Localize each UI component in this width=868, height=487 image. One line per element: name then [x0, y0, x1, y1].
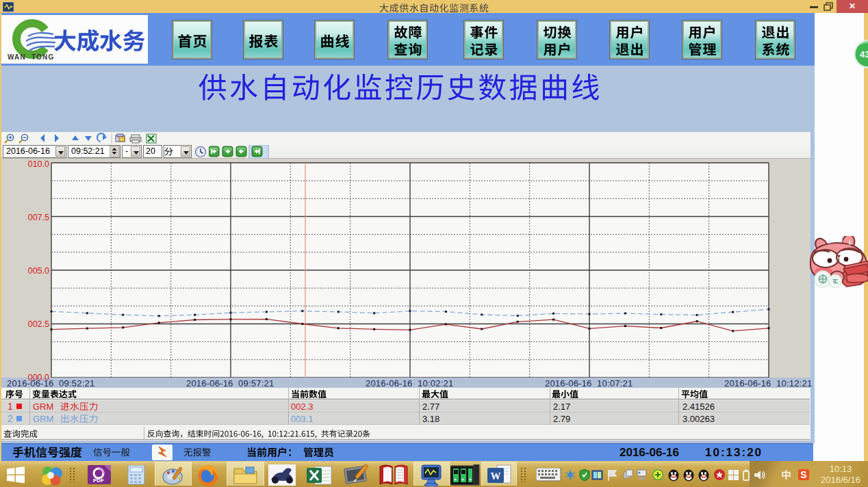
svg-text:W: W [491, 471, 501, 482]
svg-text:PDF: PDF [93, 477, 104, 484]
svg-text:43: 43 [860, 49, 868, 60]
